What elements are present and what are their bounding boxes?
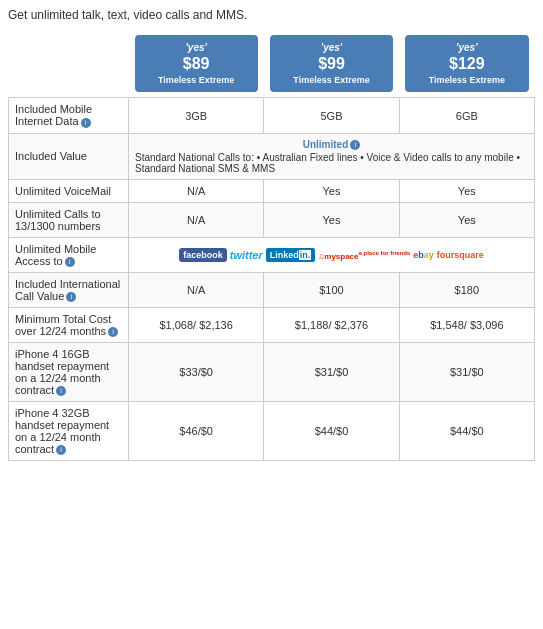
row-label-2: Unlimited VoiceMail: [9, 179, 129, 202]
cell-row0-col0: 3GB: [129, 98, 264, 133]
plan2-price: $99: [274, 54, 389, 75]
cell-row7-col2: $31/$0: [399, 343, 534, 402]
row-label-1: Included Value: [9, 133, 129, 179]
row-label-5: Included International Call Valuei: [9, 273, 129, 308]
cell-row0-col2: 6GB: [399, 98, 534, 133]
plan-header-3: 'yes' $129 Timeless Extreme: [399, 30, 534, 98]
table-row: Included Mobile Internet Datai3GB5GB6GB: [9, 98, 535, 133]
twitter-logo: twitter: [230, 249, 263, 261]
plan2-name: Timeless Extreme: [274, 75, 389, 87]
plan1-name: Timeless Extreme: [139, 75, 254, 87]
cell-row5-col1: $100: [264, 273, 399, 308]
row-label-7: iPhone 4 16GB handset repayment on a 12/…: [9, 343, 129, 402]
table-row: Unlimited Calls to 13/1300 numbersN/AYes…: [9, 202, 535, 237]
cell-row8-col0: $46/$0: [129, 402, 264, 461]
myspace-logo: ♫myspacea place for friends: [318, 250, 410, 261]
row-label-6: Minimum Total Cost over 12/24 monthsi: [9, 308, 129, 343]
table-row: Unlimited Mobile Access toi facebook twi…: [9, 237, 535, 272]
cell-row3-col2: Yes: [399, 202, 534, 237]
plan1-price: $89: [139, 54, 254, 75]
plan3-price: $129: [409, 54, 524, 75]
social-cell: facebook twitter Linkedin. ♫myspacea pla…: [129, 237, 535, 272]
cell-row5-col0: N/A: [129, 273, 264, 308]
cell-row6-col2: $1,548/ $3,096: [399, 308, 534, 343]
plan-header-1: 'yes' $89 Timeless Extreme: [129, 30, 264, 98]
header-text: Get unlimited talk, text, video calls an…: [8, 8, 535, 22]
table-row: Included International Call ValueiN/A$10…: [9, 273, 535, 308]
info-icon[interactable]: i: [81, 118, 91, 128]
table-row: Unlimited VoiceMailN/AYesYes: [9, 179, 535, 202]
linkedin-logo: Linkedin.: [266, 248, 316, 262]
cell-row2-col1: Yes: [264, 179, 399, 202]
plan3-name: Timeless Extreme: [409, 75, 524, 87]
row-label-0: Included Mobile Internet Datai: [9, 98, 129, 133]
plan1-yes: 'yes': [139, 41, 254, 54]
ebay-logo: ebay: [413, 250, 434, 260]
foursquare-logo: foursquare: [437, 250, 484, 260]
cell-row2-col0: N/A: [129, 179, 264, 202]
info-icon[interactable]: i: [66, 292, 76, 302]
cell-row8-col2: $44/$0: [399, 402, 534, 461]
table-row: Included ValueUnlimitediStandard Nationa…: [9, 133, 535, 179]
plan-header-2: 'yes' $99 Timeless Extreme: [264, 30, 399, 98]
plan2-yes: 'yes': [274, 41, 389, 54]
table-row: Minimum Total Cost over 12/24 monthsi$1,…: [9, 308, 535, 343]
cell-row6-col1: $1,188/ $2,376: [264, 308, 399, 343]
combined-value-cell: UnlimitediStandard National Calls to: • …: [129, 133, 535, 179]
row-label-8: iPhone 4 32GB handset repayment on a 12/…: [9, 402, 129, 461]
table-row: iPhone 4 16GB handset repayment on a 12/…: [9, 343, 535, 402]
cell-row2-col2: Yes: [399, 179, 534, 202]
empty-header-cell: [9, 30, 129, 98]
info-icon[interactable]: i: [56, 445, 66, 455]
cell-row7-col0: $33/$0: [129, 343, 264, 402]
info-icon[interactable]: i: [56, 386, 66, 396]
info-icon[interactable]: i: [65, 257, 75, 267]
cell-row7-col1: $31/$0: [264, 343, 399, 402]
cell-row8-col1: $44/$0: [264, 402, 399, 461]
info-icon[interactable]: i: [108, 327, 118, 337]
row-label-3: Unlimited Calls to 13/1300 numbers: [9, 202, 129, 237]
cell-row3-col1: Yes: [264, 202, 399, 237]
cell-row0-col1: 5GB: [264, 98, 399, 133]
row-label-4: Unlimited Mobile Access toi: [9, 237, 129, 272]
facebook-logo: facebook: [179, 248, 227, 262]
plan3-yes: 'yes': [409, 41, 524, 54]
unlimited-info-icon[interactable]: i: [350, 140, 360, 150]
cell-row3-col0: N/A: [129, 202, 264, 237]
cell-row5-col2: $180: [399, 273, 534, 308]
table-row: iPhone 4 32GB handset repayment on a 12/…: [9, 402, 535, 461]
cell-row6-col0: $1,068/ $2,136: [129, 308, 264, 343]
